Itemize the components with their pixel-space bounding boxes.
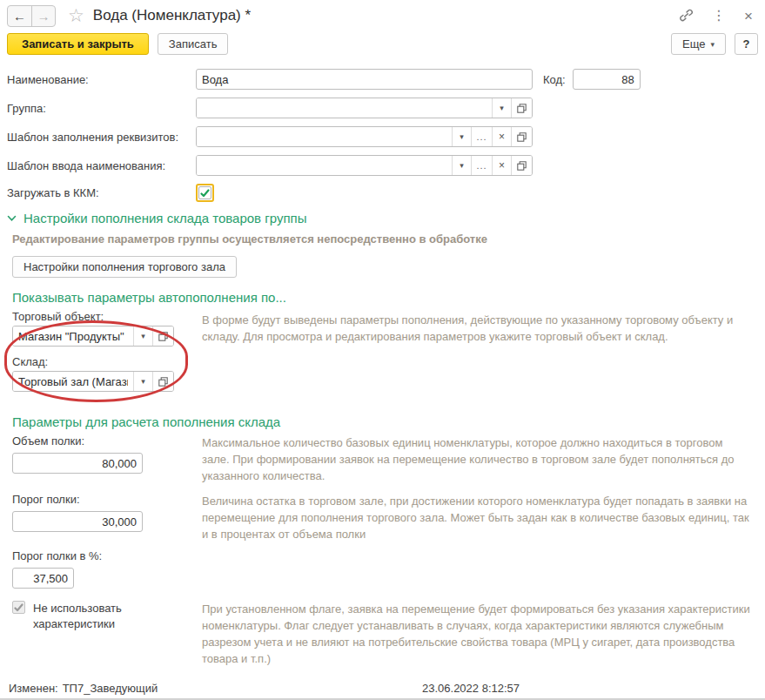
no-characteristics-left: Не использовать характеристики bbox=[12, 601, 202, 667]
dropdown-arrow-icon[interactable]: ▾ bbox=[492, 98, 511, 118]
name-row: Наименование: Код: bbox=[7, 69, 758, 90]
load-kkm-label: Загружать в ККМ: bbox=[7, 186, 196, 199]
favorite-star-icon[interactable]: ☆ bbox=[68, 5, 84, 26]
trade-object-input[interactable] bbox=[13, 326, 133, 346]
template-attrs-row: Шаблон заполнения реквизитов: ▾ ... × bbox=[7, 126, 758, 147]
trade-object-combo: ▾ bbox=[12, 326, 174, 347]
no-characteristics-checkbox[interactable] bbox=[12, 601, 25, 614]
forward-arrow-icon[interactable]: → bbox=[31, 6, 55, 26]
titlebar-actions: ⋮ × bbox=[679, 8, 753, 24]
shelf-threshold-pct-input[interactable] bbox=[12, 568, 74, 589]
dropdown-arrow-icon[interactable]: ▾ bbox=[452, 156, 471, 175]
open-icon[interactable] bbox=[511, 127, 532, 146]
load-kkm-row: Загружать в ККМ: bbox=[7, 184, 758, 202]
help-button[interactable]: ? bbox=[735, 33, 758, 55]
template-name-label: Шаблон ввода наименования: bbox=[7, 159, 196, 172]
form-area: Наименование: Код: Группа: ▾ Шаблон запо… bbox=[0, 60, 765, 678]
no-characteristics-description: При установленном флаге, заявка на перем… bbox=[202, 601, 758, 667]
choose-ellipsis-icon[interactable]: ... bbox=[471, 156, 492, 175]
template-attrs-label: Шаблон заполнения реквизитов: bbox=[7, 131, 196, 144]
template-name-combo: ▾ ... × bbox=[196, 155, 533, 176]
template-name-input[interactable] bbox=[197, 156, 452, 175]
shelf-volume-label: Объем полки: bbox=[12, 434, 202, 448]
open-icon[interactable] bbox=[152, 326, 173, 346]
autofill-section-title: Показывать параметры автопополнения по..… bbox=[12, 290, 758, 305]
chevron-down-icon bbox=[7, 215, 17, 222]
template-name-row: Шаблон ввода наименования: ▾ ... × bbox=[7, 155, 758, 176]
clear-x-icon[interactable]: × bbox=[492, 156, 511, 175]
command-bar: Записать и закрыть Записать Еще ▾ ? bbox=[0, 31, 765, 60]
template-attrs-input[interactable] bbox=[197, 127, 452, 146]
check-icon bbox=[14, 603, 23, 612]
open-icon[interactable] bbox=[152, 372, 173, 391]
more-button[interactable]: Еще ▾ bbox=[671, 33, 726, 55]
warehouse-label: Склад: bbox=[12, 355, 202, 368]
open-icon[interactable] bbox=[511, 156, 532, 175]
autofill-left-column: Торговый объект: ▾ Склад: ▾ bbox=[12, 310, 202, 400]
shelf-threshold-row: Порог полки: Величина остатка в торговом… bbox=[12, 493, 758, 542]
more-dots-icon[interactable]: ⋮ bbox=[712, 9, 726, 23]
choose-ellipsis-icon[interactable]: ... bbox=[471, 127, 492, 146]
shelf-volume-description: Максимальное количество базовых единиц н… bbox=[202, 434, 758, 484]
name-label: Наименование: bbox=[7, 73, 196, 86]
nomenclature-form-window: ← → ☆ Вода (Номенклатура) * ⋮ × Записать… bbox=[0, 0, 765, 700]
back-arrow-icon[interactable]: ← bbox=[8, 6, 31, 26]
titlebar: ← → ☆ Вода (Номенклатура) * ⋮ × bbox=[0, 0, 765, 31]
trade-hall-settings-button[interactable]: Настройки пополнения торгового зала bbox=[12, 256, 237, 278]
group-input[interactable] bbox=[197, 98, 492, 118]
group-edit-note: Редактирование параметров группы осущест… bbox=[12, 232, 758, 246]
group-label: Группа: bbox=[7, 102, 196, 115]
group-row: Группа: ▾ bbox=[7, 98, 758, 118]
shelf-threshold-pct-row: Порог полки в %: bbox=[12, 549, 758, 589]
code-label: Код: bbox=[543, 73, 566, 86]
open-icon[interactable] bbox=[511, 98, 532, 118]
shelf-threshold-pct-label: Порог полки в %: bbox=[12, 549, 202, 562]
warehouse-combo: ▾ bbox=[12, 371, 174, 392]
group-combo: ▾ bbox=[196, 98, 533, 118]
warehouse-input[interactable] bbox=[13, 372, 133, 391]
group-settings-section-title: Настройки пополнения склада товаров груп… bbox=[23, 211, 306, 225]
autofill-block: Торговый объект: ▾ Склад: ▾ bbox=[12, 310, 758, 400]
dropdown-arrow-icon[interactable]: ▾ bbox=[133, 372, 152, 391]
history-nav: ← → bbox=[7, 5, 56, 27]
params-section-title: Параметры для расчета пополнения склада bbox=[12, 414, 758, 429]
footer-status-bar: Изменен: ТП7_Заведующий 23.06.2022 8:12:… bbox=[0, 678, 765, 700]
shelf-threshold-left: Порог полки: bbox=[12, 493, 202, 542]
shelf-volume-row: Объем полки: Максимальное количество баз… bbox=[12, 434, 758, 484]
load-kkm-focus-ring bbox=[196, 184, 214, 202]
shelf-volume-input[interactable] bbox=[12, 453, 143, 474]
shelf-threshold-pct-left: Порог полки в %: bbox=[12, 549, 202, 589]
load-kkm-checkbox[interactable] bbox=[198, 186, 211, 199]
shelf-threshold-input[interactable] bbox=[12, 511, 143, 532]
shelf-volume-left: Объем полки: bbox=[12, 434, 202, 484]
chevron-down-icon: ▾ bbox=[710, 40, 715, 49]
dropdown-arrow-icon[interactable]: ▾ bbox=[452, 127, 471, 146]
link-icon[interactable] bbox=[679, 8, 694, 24]
check-icon bbox=[200, 189, 210, 198]
save-button[interactable]: Записать bbox=[158, 33, 229, 55]
modified-by: ТП7_Заведующий bbox=[63, 682, 158, 695]
close-icon[interactable]: × bbox=[744, 9, 753, 24]
clear-x-icon[interactable]: × bbox=[492, 127, 511, 146]
name-input[interactable] bbox=[196, 69, 533, 90]
shelf-threshold-label: Порог полки: bbox=[12, 493, 202, 506]
save-and-close-button[interactable]: Записать и закрыть bbox=[7, 33, 149, 55]
template-attrs-combo: ▾ ... × bbox=[196, 126, 533, 147]
code-input[interactable] bbox=[573, 69, 641, 90]
no-characteristics-label: Не использовать характеристики bbox=[33, 601, 181, 632]
autofill-description: В форме будут выведены параметры пополне… bbox=[202, 310, 758, 400]
page-title: Вода (Номенклатура) * bbox=[93, 7, 251, 24]
trade-object-label: Торговый объект: bbox=[12, 310, 202, 323]
modified-datetime: 23.06.2022 8:12:57 bbox=[422, 682, 520, 695]
dropdown-arrow-icon[interactable]: ▾ bbox=[133, 326, 152, 346]
modified-label: Изменен: bbox=[9, 682, 58, 695]
shelf-threshold-description: Величина остатка в торговом зале, при до… bbox=[202, 493, 758, 542]
group-settings-section-header[interactable]: Настройки пополнения склада товаров груп… bbox=[7, 211, 758, 225]
no-characteristics-row: Не использовать характеристики При устан… bbox=[12, 601, 758, 667]
more-button-label: Еще bbox=[682, 37, 705, 50]
